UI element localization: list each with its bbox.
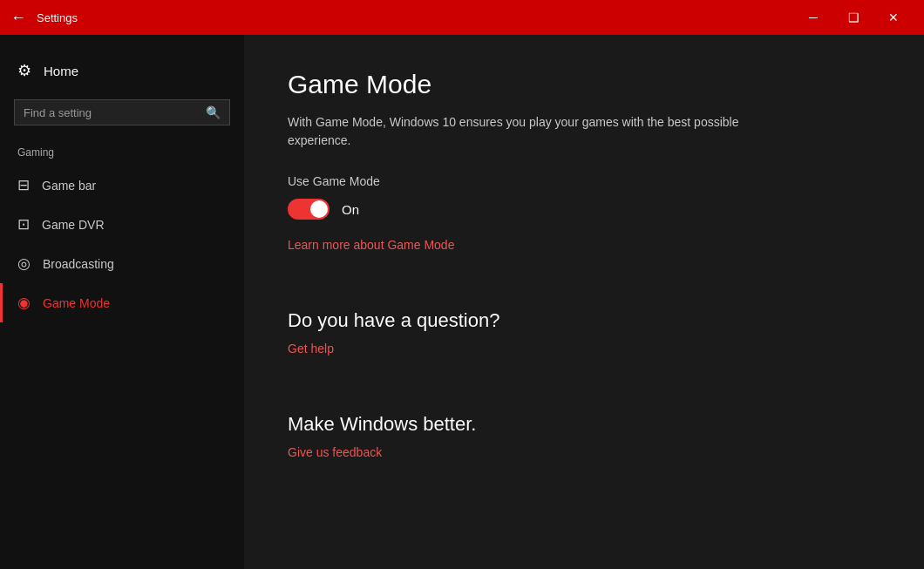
- minimize-button[interactable]: ─: [793, 0, 833, 35]
- sidebar-item-game-mode[interactable]: ◉ Game Mode: [0, 283, 244, 322]
- sidebar: ⚙ Home 🔍 Gaming ⊟ Game bar ⊡ Game DVR ◎ …: [0, 35, 244, 569]
- home-icon: ⚙: [17, 61, 31, 80]
- main-content: Game Mode With Game Mode, Windows 10 ens…: [244, 35, 924, 569]
- sidebar-item-label-game-bar: Game bar: [42, 179, 96, 193]
- search-box[interactable]: 🔍: [14, 99, 230, 125]
- sidebar-item-home[interactable]: ⚙ Home: [0, 52, 244, 89]
- sidebar-item-label-game-dvr: Game DVR: [42, 218, 105, 232]
- broadcasting-icon: ◎: [17, 254, 31, 273]
- sidebar-item-game-bar[interactable]: ⊟ Game bar: [0, 166, 244, 205]
- give-feedback-link[interactable]: Give us feedback: [288, 445, 382, 459]
- sidebar-item-broadcasting[interactable]: ◎ Broadcasting: [0, 244, 244, 283]
- sidebar-item-game-dvr[interactable]: ⊡ Game DVR: [0, 205, 244, 244]
- toggle-row: On: [288, 199, 880, 220]
- close-button[interactable]: ✕: [873, 0, 914, 35]
- sidebar-item-label-broadcasting: Broadcasting: [43, 257, 114, 271]
- learn-more-link[interactable]: Learn more about Game Mode: [288, 238, 454, 252]
- feedback-title: Make Windows better.: [288, 413, 880, 436]
- sidebar-section-label: Gaming: [0, 143, 244, 166]
- home-label: Home: [44, 64, 78, 78]
- search-icon: 🔍: [206, 105, 221, 119]
- search-input[interactable]: [24, 106, 206, 119]
- get-help-link[interactable]: Get help: [288, 342, 334, 356]
- window-controls: ─ ❑ ✕: [793, 0, 914, 35]
- titlebar: ← Settings ─ ❑ ✕: [0, 0, 924, 35]
- restore-button[interactable]: ❑: [833, 0, 873, 35]
- game-mode-icon: ◉: [17, 294, 31, 312]
- game-dvr-icon: ⊡: [17, 215, 30, 234]
- page-title: Game Mode: [288, 70, 880, 99]
- toggle-knob: [310, 200, 328, 218]
- toggle-state-label: On: [342, 202, 359, 217]
- back-button[interactable]: ←: [10, 9, 26, 27]
- app-body: ⚙ Home 🔍 Gaming ⊟ Game bar ⊡ Game DVR ◎ …: [0, 35, 924, 569]
- page-description: With Game Mode, Windows 10 ensures you p…: [288, 113, 741, 150]
- question-title: Do you have a question?: [288, 309, 880, 332]
- setting-label: Use Game Mode: [288, 174, 880, 188]
- titlebar-title: Settings: [37, 11, 793, 24]
- sidebar-item-label-game-mode: Game Mode: [43, 296, 110, 310]
- game-bar-icon: ⊟: [17, 176, 30, 194]
- game-mode-toggle[interactable]: [288, 199, 330, 220]
